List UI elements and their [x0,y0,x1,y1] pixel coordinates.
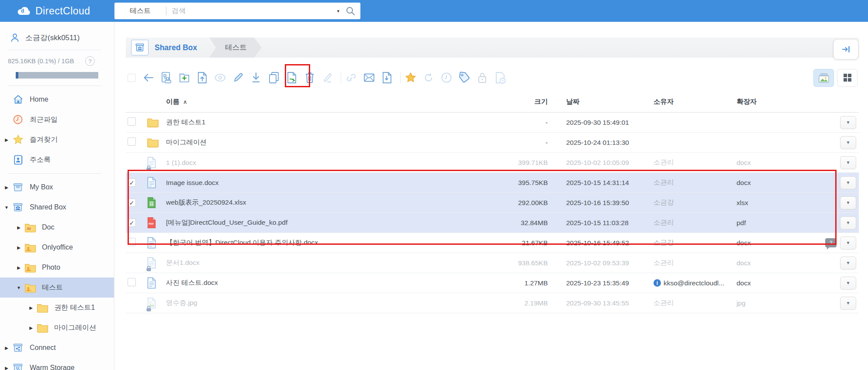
file-name[interactable]: web版表示_20250924.xlsx [166,198,492,207]
row-checkbox[interactable] [128,238,136,246]
sidebar-item-permission-test1[interactable]: ▶ 권한 테스트1 [0,298,114,318]
shared-box-icon[interactable] [131,40,149,55]
back-icon[interactable] [143,71,154,84]
table-row[interactable]: ✓ PDF [메뉴얼]DirectCloud_User_Guide_ko.pdf… [126,213,859,233]
table-row[interactable]: 영수증.jpg 2.19MB 2025-09-30 13:45:55 소관리 j… [126,293,859,313]
table-row[interactable]: 마이그레이션 - 2025-10-24 01:13:30 ▼ [126,133,859,153]
sidebar-item-warm-storage[interactable]: ▶ Warm Storage [0,358,114,370]
expander-icon[interactable]: ▶ [16,265,22,270]
sidebar-item-onlyoffice[interactable]: ▶ Onlyoffice [0,237,114,257]
sidebar-item-connect[interactable]: ▶ Connect [0,338,114,358]
file-name[interactable]: 영수증.jpg [166,298,492,308]
table-row[interactable]: ✓ web版表示_20250924.xlsx 292.00KB 2025-10-… [126,193,859,213]
copy-icon[interactable] [268,71,280,84]
expander-icon[interactable]: ▼ [3,205,10,210]
header-ext[interactable]: 확장자 [728,97,806,106]
header-size[interactable]: 크기 [492,97,557,106]
row-menu-button[interactable]: ▼ [840,136,856,149]
expander-icon[interactable]: ▶ [28,325,34,330]
grid-view-button[interactable] [837,69,858,87]
search-input[interactable] [166,7,337,15]
row-checkbox[interactable] [128,117,136,126]
header-name[interactable]: 이름∧ [166,97,492,106]
expander-icon[interactable]: ▶ [28,305,34,310]
row-menu-button[interactable]: ▼ [840,257,856,270]
row-menu-button[interactable]: ▼ [840,116,856,129]
file-name[interactable]: 문서1.docx [166,258,492,267]
table-row[interactable]: 1 (1).docx 399.71KB 2025-10-02 10:05:09 … [126,153,859,173]
row-menu-button[interactable]: ▼ [840,236,856,250]
expander-icon[interactable]: ▶ [3,366,10,370]
row-menu-button[interactable]: ▼ [840,176,856,189]
help-icon[interactable]: ? [85,56,95,66]
info-icon[interactable]: i [654,279,661,287]
row-menu-button[interactable]: ▼ [840,156,856,169]
expander-icon[interactable]: ▶ [16,225,22,230]
delete-icon[interactable] [304,71,315,84]
select-all-checkbox[interactable] [128,74,136,82]
table-row[interactable]: ✓ Image issue.docx 395.75KB 2025-10-15 1… [126,173,859,193]
sidebar-item-shared-box[interactable]: ▼ Shared Box [0,197,114,217]
expander-icon[interactable]: ▶ [3,185,10,190]
file-name[interactable]: [메뉴얼]DirectCloud_User_Guide_ko.pdf [166,218,492,227]
version-history-icon[interactable] [495,71,506,84]
header-date[interactable]: 날짜 [557,97,645,106]
sidebar-item-address-book[interactable]: 주소록 [0,150,114,170]
link-icon[interactable] [346,71,357,84]
row-menu-button[interactable]: ▼ [840,196,856,209]
expander-icon[interactable]: ▶ [3,137,10,142]
expander-icon[interactable]: ▶ [3,346,10,350]
file-name[interactable]: 1 (1).docx [166,159,492,167]
comment-count-badge[interactable]: 2 [825,238,837,247]
download-icon[interactable] [250,71,262,84]
collapse-panel-button[interactable] [833,39,858,59]
schedule-icon[interactable] [441,71,452,84]
file-name[interactable]: 권한 테스트1 [166,118,492,127]
mail-icon[interactable] [363,71,375,84]
row-menu-button[interactable]: ▼ [840,277,856,290]
table-row[interactable]: 권한 테스트1 - 2025-09-30 15:49:01 ▼ [126,113,859,133]
upload-icon[interactable] [197,71,208,84]
table-row[interactable]: 사진 테스트.docx 1.27MB 2025-10-23 15:35:49 i… [126,273,859,293]
rename-icon[interactable] [232,71,244,84]
copy-structure-icon[interactable] [161,71,172,84]
table-row[interactable]: 【한국어 번역】DirectCloud 이용자 주의사항.docx 21.67K… [126,233,859,253]
sidebar-item-doc[interactable]: ▶ AI Doc [0,217,114,237]
row-menu-button[interactable]: ▼ [840,216,856,230]
sign-icon[interactable] [322,71,333,84]
table-row[interactable]: 문서1.docx 938.65KB 2025-10-02 09:53:39 소관… [126,253,859,273]
header-owner[interactable]: 소유자 [645,97,728,106]
row-checkbox-checked[interactable]: ✓ [128,178,136,187]
sidebar-item-recent-files[interactable]: 최근파일 [0,110,114,130]
export-icon[interactable] [381,71,393,84]
sync-icon[interactable] [423,71,434,84]
row-checkbox-checked[interactable]: ✓ [128,219,136,227]
new-folder-icon[interactable] [179,71,190,84]
sidebar-item-migration[interactable]: ▶ 마이그레이션 [0,318,114,338]
user-account[interactable]: 소금강(skk0511) [0,22,114,50]
row-checkbox[interactable] [128,137,136,146]
favorite-icon[interactable] [405,71,416,84]
search-icon[interactable] [346,6,355,16]
row-menu-button[interactable]: ▼ [840,297,856,310]
thumbnail-view-button[interactable] [813,69,834,87]
file-name[interactable]: Image issue.docx [166,179,492,187]
directcloud-logo[interactable]: d DirectCloud [17,5,90,17]
sidebar-item-photo[interactable]: ▶ Photo [0,257,114,278]
sidebar-item-my-box[interactable]: ▶ My Box [0,177,114,197]
search-scope-selector[interactable]: 테스트 [114,7,166,16]
move-icon[interactable] [286,71,297,84]
lock-icon[interactable] [477,71,488,84]
search-caret-icon[interactable]: ▾ [337,8,339,14]
tag-icon[interactable] [459,71,470,84]
file-name[interactable]: 【한국어 번역】DirectCloud 이용자 주의사항.docx [166,238,492,247]
expander-icon[interactable]: ▼ [16,285,22,290]
breadcrumb-root[interactable]: Shared Box [155,43,197,52]
row-checkbox-checked[interactable]: ✓ [128,199,136,207]
sidebar-item-favorites[interactable]: ▶ 즐겨찾기 [0,130,114,150]
sidebar-item-home[interactable]: Home [0,89,114,110]
row-checkbox[interactable] [128,278,136,286]
preview-icon[interactable] [214,71,226,84]
expander-icon[interactable]: ▶ [16,245,22,250]
file-name[interactable]: 사진 테스트.docx [166,278,492,288]
